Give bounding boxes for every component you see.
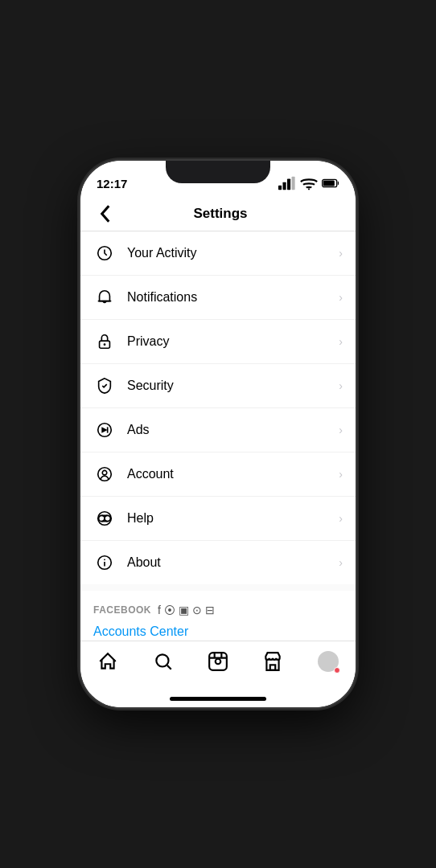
page-title: Settings [117, 206, 323, 222]
chevron-icon: › [339, 291, 343, 304]
settings-item-notifications[interactable]: Notifications › [80, 276, 356, 320]
bell-icon [93, 286, 116, 309]
chevron-icon: › [339, 424, 343, 436]
lock-icon [93, 330, 116, 353]
nav-bar: Settings [80, 196, 356, 231]
profile-notification-dot [334, 667, 340, 674]
svg-point-25 [216, 659, 221, 665]
info-svg [96, 554, 113, 571]
ads-label: Ads [127, 423, 339, 437]
back-button[interactable] [93, 202, 117, 226]
activity-svg [96, 244, 113, 262]
profile-avatar [318, 651, 339, 672]
settings-item-help[interactable]: Help › [80, 497, 356, 541]
svg-rect-3 [292, 177, 295, 190]
battery-icon [322, 174, 339, 192]
svg-rect-6 [323, 180, 335, 186]
reels-icon [208, 651, 228, 672]
status-time: 12:17 [97, 177, 127, 190]
whatsapp-icon: ⊙ [192, 604, 202, 616]
chevron-icon: › [339, 247, 343, 260]
your-activity-label: Your Activity [127, 246, 339, 260]
settings-item-privacy[interactable]: Privacy › [80, 320, 356, 364]
settings-item-security[interactable]: Security › [80, 364, 356, 408]
chevron-icon: › [339, 512, 343, 525]
settings-item-your-activity[interactable]: Your Activity › [80, 231, 356, 276]
help-label: Help [127, 511, 339, 526]
settings-item-account[interactable]: Account › [80, 452, 356, 497]
notch [166, 161, 270, 183]
svg-point-9 [104, 343, 106, 346]
facebook-f-icon: f [158, 604, 161, 616]
ads-svg [96, 421, 113, 439]
ads-icon [93, 419, 116, 441]
facebook-social-icons: f ⦿ ▣ ⊙ ⊟ [158, 604, 215, 616]
home-indicator [170, 697, 266, 701]
svg-line-23 [167, 665, 171, 669]
facebook-section: FACEBOOK f ⦿ ▣ ⊙ ⊟ Accounts Center Contr… [80, 591, 356, 641]
help-icon [93, 507, 116, 530]
svg-point-12 [98, 468, 112, 481]
settings-main-section: Your Activity › Notifications › [80, 231, 356, 584]
svg-point-22 [156, 654, 168, 666]
back-chevron-icon [97, 205, 114, 223]
svg-rect-1 [283, 182, 286, 190]
activity-icon [93, 242, 116, 264]
account-icon [93, 463, 116, 485]
svg-rect-0 [278, 186, 282, 190]
shield-icon [93, 375, 116, 397]
signal-icon [278, 174, 296, 192]
shop-icon [262, 651, 283, 672]
instagram-icon: ▣ [179, 604, 189, 616]
svg-point-15 [99, 515, 105, 521]
screen: 12:17 [80, 161, 356, 707]
settings-content: Your Activity › Notifications › [80, 231, 356, 641]
about-label: About [127, 555, 339, 570]
shield-svg [96, 377, 113, 395]
notifications-label: Notifications [127, 290, 339, 305]
chevron-icon: › [339, 468, 343, 481]
messenger-icon: ⦿ [164, 604, 175, 616]
privacy-label: Privacy [127, 334, 339, 349]
home-icon [97, 651, 118, 672]
tab-home[interactable] [80, 648, 135, 675]
chevron-icon: › [339, 335, 343, 348]
chevron-icon: › [339, 556, 343, 569]
svg-rect-24 [209, 653, 227, 670]
accounts-center-link[interactable]: Accounts Center [93, 624, 343, 639]
svg-rect-29 [270, 665, 276, 670]
phone-frame: 12:17 [80, 161, 356, 707]
svg-point-16 [105, 515, 110, 521]
portal-icon: ⊟ [205, 604, 215, 616]
account-label: Account [127, 467, 339, 481]
tab-search[interactable] [135, 648, 190, 675]
chevron-icon: › [339, 379, 343, 392]
tab-shop[interactable] [245, 648, 300, 675]
tab-reels[interactable] [191, 648, 245, 675]
security-label: Security [127, 379, 339, 393]
facebook-title: FACEBOOK [93, 604, 151, 616]
svg-point-13 [102, 470, 107, 475]
bell-svg [96, 289, 113, 306]
svg-point-21 [104, 559, 105, 560]
settings-item-about[interactable]: About › [80, 541, 356, 584]
facebook-header: FACEBOOK f ⦿ ▣ ⊙ ⊟ [93, 604, 343, 616]
settings-item-ads[interactable]: Ads › [80, 408, 356, 452]
svg-point-4 [308, 188, 310, 190]
wifi-icon [300, 174, 318, 192]
search-icon [153, 651, 174, 672]
help-svg [96, 510, 113, 527]
status-icons [278, 174, 339, 192]
account-svg [96, 465, 113, 483]
tab-profile[interactable] [301, 648, 356, 675]
svg-rect-2 [287, 179, 290, 190]
lock-svg [96, 333, 113, 350]
info-icon [93, 551, 116, 574]
